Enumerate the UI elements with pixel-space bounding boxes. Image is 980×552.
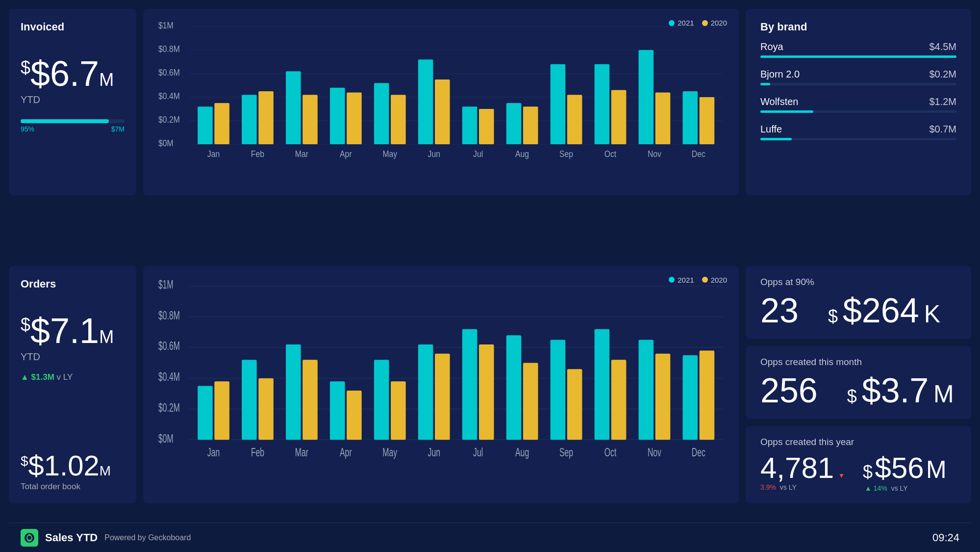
svg-text:Mar: Mar [295,149,309,159]
svg-text:Jun: Jun [428,149,440,159]
svg-rect-73 [391,381,406,440]
svg-rect-66 [286,344,301,439]
svg-rect-16 [258,91,274,144]
svg-rect-75 [418,344,433,439]
opps-year-numbers: 4,781 ▼ 3.9% vs LY $ $56 M ▲ 14% vs LY [760,453,956,493]
svg-rect-37 [567,95,582,144]
svg-rect-19 [302,95,318,144]
svg-text:$0.8M: $0.8M [158,44,180,54]
svg-text:Jan: Jan [207,149,220,159]
svg-rect-61 [214,381,229,440]
svg-rect-39 [595,64,610,144]
svg-rect-42 [639,50,654,144]
svg-text:Dec: Dec [692,446,705,459]
svg-rect-79 [479,344,494,439]
svg-text:$0.6M: $0.6M [158,340,180,352]
invoiced-title: Invoiced [21,21,125,33]
svg-rect-21 [330,88,345,144]
svg-text:Nov: Nov [648,446,661,459]
orders-legend-2020: 2020 [702,276,727,284]
svg-text:Oct: Oct [604,446,617,459]
svg-text:$0.6M: $0.6M [158,68,180,78]
opps-year-title: Opps created this year [760,437,956,447]
svg-rect-22 [347,92,362,144]
invoiced-progress-max: $7M [111,125,125,133]
orders-growth: ▲ $1.3M v LY [21,372,125,382]
invoiced-ytd: YTD [21,94,125,105]
svg-text:$1M: $1M [158,278,174,290]
invoiced-legend: 2021 2020 [669,19,727,27]
invoiced-value: $$6.7M [21,56,125,91]
invoiced-panel: Invoiced $$6.7M YTD 95% $7M [9,9,136,195]
svg-rect-40 [611,90,627,144]
svg-text:Apr: Apr [340,149,352,159]
brand-rows: Roya $4.5M Bjorn 2.0 $0.2M Wolfsten $1.2… [760,41,956,140]
opps-month-numbers: 256 $ $3.7 M [760,373,956,408]
svg-rect-30 [462,106,477,144]
brand-row: Bjorn 2.0 $0.2M [760,69,956,85]
svg-rect-27 [418,59,433,144]
svg-text:May: May [382,149,397,159]
svg-text:Jul: Jul [473,446,483,459]
footer: Sales YTD Powered by Geckoboard 09:24 [9,523,971,552]
svg-text:Apr: Apr [340,446,352,459]
opps-90-value: $ $264 K [828,293,940,328]
opps-month-count: 256 [760,373,818,408]
invoiced-chart: 2021 2020 $1M $0.8M $0.6M $0.4M $0.2M $0… [143,9,739,195]
opps-90-card: Opps at 90% 23 $ $264 K [746,266,971,339]
svg-rect-60 [198,386,213,440]
footer-left: Sales YTD Powered by Geckoboard [21,529,191,547]
footer-time: 09:24 [932,531,959,544]
orders-title: Orders [21,278,125,290]
svg-rect-91 [655,353,671,440]
svg-text:Feb: Feb [251,149,264,159]
opps-90-numbers: 23 $ $264 K [760,293,956,328]
svg-rect-34 [523,106,538,144]
orders-panel: Orders $$7.1M YTD ▲ $1.3M v LY $$1.02M T… [9,266,136,503]
svg-text:$0.4M: $0.4M [158,370,180,383]
svg-text:$1M: $1M [158,21,174,30]
svg-rect-94 [700,350,715,440]
legend-dot-2020 [702,20,708,26]
svg-text:Feb: Feb [251,446,264,459]
svg-text:Jan: Jan [207,446,220,459]
svg-rect-63 [242,360,257,440]
svg-rect-33 [506,103,522,144]
svg-rect-76 [435,353,450,440]
footer-powered: Powered by Geckoboard [104,533,191,542]
svg-rect-24 [374,83,389,144]
orders-secondary: $$1.02M Total order book [21,451,125,492]
svg-text:May: May [382,446,397,459]
svg-rect-67 [302,360,318,440]
svg-rect-70 [347,391,362,440]
svg-rect-25 [391,95,406,144]
svg-text:Nov: Nov [648,149,662,159]
opps-year-card: Opps created this year 4,781 ▼ 3.9% vs L… [746,426,971,503]
footer-title: Sales YTD [45,531,98,544]
svg-rect-82 [523,363,538,440]
svg-text:Sep: Sep [559,446,573,459]
legend-2021: 2021 [669,19,694,27]
svg-rect-18 [286,71,301,144]
svg-text:Jun: Jun [428,446,440,459]
by-brand-title: By brand [760,21,956,33]
svg-rect-45 [682,91,698,144]
opps-month-title: Opps created this month [760,357,956,368]
svg-text:Aug: Aug [515,149,529,159]
opps-90-title: Opps at 90% [760,277,956,288]
svg-rect-88 [611,360,627,440]
svg-rect-93 [682,355,698,439]
brand-row: Roya $4.5M [760,41,956,58]
svg-text:Sep: Sep [559,149,573,159]
opps-month-value: $ $3.7 M [847,373,954,408]
svg-text:$0M: $0M [158,432,174,445]
svg-rect-31 [479,109,494,144]
orders-chart-svg: $1M $0.8M $0.6M $0.4M $0.2M $0M JanFebMa… [155,276,727,494]
svg-rect-64 [258,378,274,439]
orders-secondary-value: $$1.02M [21,451,125,480]
svg-text:$0M: $0M [158,138,174,148]
opps-month-card: Opps created this month 256 $ $3.7 M [746,346,971,419]
svg-text:Jul: Jul [473,149,483,159]
svg-rect-36 [551,64,566,144]
invoiced-progress: 95% $7M [21,119,125,133]
